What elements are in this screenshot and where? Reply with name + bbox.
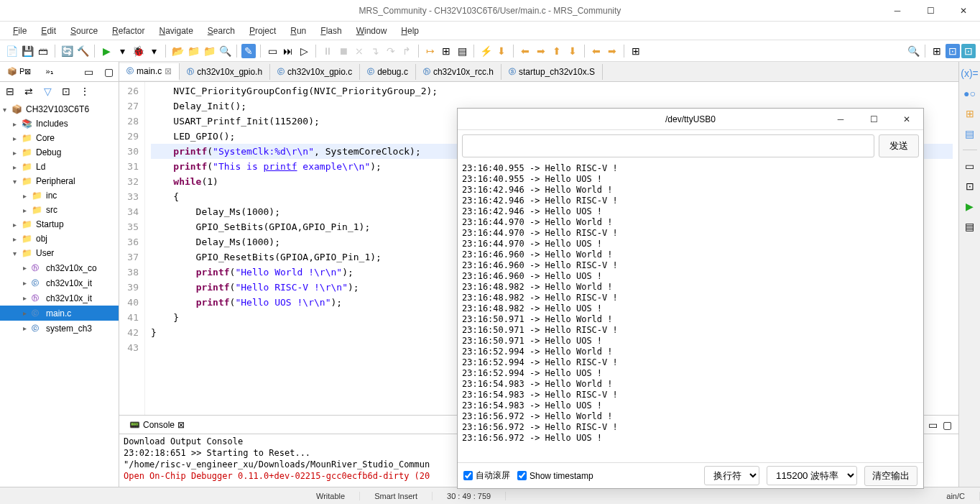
tab-ch32v10x_gpio-h[interactable]: ⓗ ch32v10x_gpio.h [180, 64, 270, 80]
auto-scroll-checkbox[interactable]: 自动滚屏 [463, 469, 510, 482]
tree-item-ch32v10x_it[interactable]: ▸ⓒch32v10x_it [0, 275, 119, 290]
debug-perspective-icon[interactable]: ⊡ [961, 44, 976, 58]
tree-item-debug[interactable]: ▸📁Debug [0, 145, 119, 160]
menu-icon[interactable]: ⋮ [78, 84, 92, 98]
menu-run[interactable]: Run [283, 23, 313, 39]
pause-icon[interactable]: ⏸ [320, 44, 335, 58]
filter-icon[interactable]: ▽ [40, 84, 55, 98]
registers-icon[interactable]: ⊞ [439, 44, 453, 58]
run-icon[interactable]: ▶ [99, 44, 114, 58]
console-tab[interactable]: 📟 Console ⊠ [124, 418, 190, 431]
menu-refactor[interactable]: Refactor [105, 23, 152, 39]
tree-root[interactable]: ▾ 📦 CH32V103C6T6 [0, 102, 119, 116]
nav-fwd-icon[interactable]: ➡ [534, 44, 548, 58]
menu-navigate[interactable]: Navigate [152, 23, 200, 39]
search-icon[interactable]: 🔍 [218, 44, 232, 58]
tree-item-includes[interactable]: ▸📚Includes [0, 116, 119, 131]
memory-icon[interactable]: ▤ [455, 44, 469, 58]
focus-icon[interactable]: ⊡ [59, 84, 73, 98]
step-into-icon[interactable]: ↴ [368, 44, 382, 58]
link-icon[interactable]: ⇄ [22, 84, 36, 98]
step-over-icon[interactable]: ↷ [384, 44, 398, 58]
run-panel-icon[interactable]: ▶ [963, 199, 977, 214]
tab-main-c[interactable]: ⓒ main.c ⊠ [119, 63, 180, 81]
maximize-icon[interactable]: ▢ [101, 65, 116, 79]
tab-ch32v10x_gpio-c[interactable]: ⓒ ch32v10x_gpio.c [270, 64, 360, 80]
tab-ch32v10x_rcc-h[interactable]: ⓗ ch32v10x_rcc.h [416, 64, 501, 80]
step-icon[interactable]: ↦ [423, 44, 438, 58]
tree-item-src[interactable]: ▸📁src [0, 203, 119, 217]
menu-flash[interactable]: Flash [313, 23, 348, 39]
flash-icon[interactable]: ⚡ [479, 44, 493, 58]
tab-startup_ch32v10x-S[interactable]: ⓢ startup_ch32v10x.S [501, 64, 603, 80]
back-icon[interactable]: ⬅ [589, 44, 604, 58]
clear-output-button[interactable]: 清空输出 [864, 466, 917, 486]
serial-maximize-button[interactable]: ☐ [857, 109, 890, 130]
menu-file[interactable]: File [6, 23, 34, 39]
collapse-icon[interactable]: ⊟ [3, 84, 17, 98]
project-tab[interactable]: 📦 P⊠ [3, 65, 35, 78]
serial-close-button[interactable]: ✕ [890, 109, 923, 130]
folder-icon[interactable]: 📁 [202, 44, 216, 58]
save-all-icon[interactable]: 🗃 [36, 44, 50, 58]
navigator-tab[interactable]: »₁ [41, 65, 57, 78]
minimize-button[interactable]: ─ [881, 0, 914, 22]
targets-icon[interactable]: ⊡ [963, 179, 977, 193]
baud-rate-select[interactable]: 115200 波特率 [767, 466, 857, 485]
registers-panel-icon[interactable]: ▤ [963, 127, 977, 141]
tree-item-peripheral[interactable]: ▾📁Peripheral [0, 174, 119, 188]
tab-debug-c[interactable]: ⓒ debug.c [360, 64, 416, 80]
save-icon[interactable]: 💾 [20, 44, 34, 58]
tree-item-system_ch3[interactable]: ▸ⓒsystem_ch3 [0, 321, 119, 336]
disconnect-icon[interactable]: ⤫ [352, 44, 366, 58]
nav-down-icon[interactable]: ⬇ [565, 44, 580, 58]
serial-send-button[interactable]: 发送 [879, 134, 919, 157]
edit-icon[interactable]: ✎ [241, 44, 256, 58]
refresh-icon[interactable]: 🔄 [60, 44, 74, 58]
menu-help[interactable]: Help [394, 23, 426, 39]
tree-item-core[interactable]: ▸📁Core [0, 131, 119, 145]
nav-back-icon[interactable]: ⬅ [518, 44, 532, 58]
new-icon[interactable]: 📄 [4, 44, 19, 58]
serial-input[interactable] [462, 134, 874, 157]
tree-item-obj[interactable]: ▸📁obj [0, 232, 119, 246]
line-ending-select[interactable]: 换行符 [704, 466, 759, 485]
console-min-icon[interactable]: ▭ [925, 418, 940, 432]
maximize-button[interactable]: ☐ [914, 0, 947, 22]
dropdown-icon[interactable]: ▾ [115, 44, 129, 58]
nav-up-icon[interactable]: ⬆ [550, 44, 564, 58]
forward-icon[interactable]: ➡ [605, 44, 619, 58]
tree-item-ch32v10x_it[interactable]: ▸ⓗch32v10x_it [0, 290, 119, 306]
tree-item-main-c[interactable]: ▸ⓒmain.c [0, 306, 119, 321]
tree-item-ld[interactable]: ▸📁Ld [0, 160, 119, 174]
tree-item-user[interactable]: ▾📁User [0, 246, 119, 260]
tree-item-startup[interactable]: ▸📁Startup [0, 217, 119, 232]
c-perspective-icon[interactable]: ⊡ [946, 44, 960, 58]
tasks-icon[interactable]: ▤ [963, 219, 977, 234]
perspective-icon[interactable]: ⊞ [629, 44, 643, 58]
expressions-icon[interactable]: ⊞ [963, 106, 977, 121]
open-perspective-icon[interactable]: ⊞ [930, 44, 944, 58]
download-icon[interactable]: ⬇ [494, 44, 509, 58]
stop-icon[interactable]: ⏹ [336, 44, 351, 58]
debug-icon[interactable]: 🐞 [131, 44, 145, 58]
menu-window[interactable]: Window [349, 23, 394, 39]
tree-item-inc[interactable]: ▸📁inc [0, 188, 119, 203]
folder-icon[interactable]: 📁 [186, 44, 200, 58]
tree-item-ch32v10x_co[interactable]: ▸ⓗch32v10x_co [0, 260, 119, 275]
dropdown-icon[interactable]: ▾ [147, 44, 161, 58]
skip-icon[interactable]: ⏭ [281, 44, 295, 58]
close-button[interactable]: ✕ [947, 0, 980, 22]
serial-minimize-button[interactable]: ─ [824, 109, 857, 130]
folder-open-icon[interactable]: 📂 [170, 44, 185, 58]
menu-project[interactable]: Project [242, 23, 283, 39]
play-forward-icon[interactable]: ▷ [297, 44, 311, 58]
breakpoints-icon[interactable]: ●○ [963, 86, 977, 101]
menu-search[interactable]: Search [200, 23, 242, 39]
menu-source[interactable]: Source [63, 23, 105, 39]
menu-edit[interactable]: Edit [34, 23, 63, 39]
variables-icon[interactable]: (x)= [963, 66, 977, 81]
minimize-icon[interactable]: ▭ [81, 65, 96, 79]
build-icon[interactable]: 🔨 [75, 44, 90, 58]
show-timestamp-checkbox[interactable]: Show timestamp [517, 471, 593, 481]
